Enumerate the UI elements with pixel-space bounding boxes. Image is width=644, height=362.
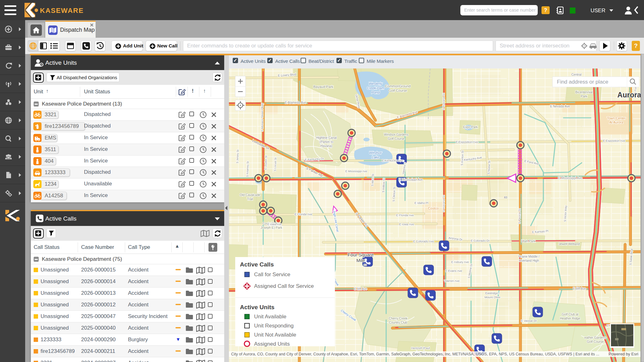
svg-text:At Aurora: At Aurora: [609, 120, 623, 124]
svg-text:Four Square: Four Square: [347, 252, 374, 257]
svg-text:Town Center: Town Center: [607, 116, 626, 120]
svg-text:S Havana St: S Havana St: [442, 195, 445, 212]
svg-text:S Monaco Street Pkwy: S Monaco Street Pkwy: [261, 103, 264, 132]
svg-text:Windsor Gardens: Windsor Gardens: [384, 133, 408, 136]
svg-text:Mile: Mile: [356, 258, 365, 263]
svg-text:Golf Course: Golf Course: [388, 137, 405, 140]
svg-text:Call for Service: Call for Service: [254, 272, 290, 277]
svg-text:Unit Available: Unit Available: [254, 314, 286, 320]
svg-text:Overland High: Overland High: [519, 259, 539, 262]
svg-text:E Mississippi Ave: E Mississippi Ave: [345, 170, 367, 173]
svg-text:S Havana St: S Havana St: [442, 93, 445, 110]
svg-text:E Iowa Ave: E Iowa Ave: [268, 223, 282, 226]
svg-text:E Colorado Dr: E Colorado Dr: [471, 239, 490, 242]
svg-text:Mount Olive: Mount Olive: [485, 295, 501, 299]
svg-text:Expo Park: Expo Park: [463, 125, 478, 129]
svg-text:Highline Canal: Highline Canal: [316, 136, 336, 140]
svg-text:E Kentucky Ave: E Kentucky Ave: [382, 159, 403, 162]
svg-text:E Vassar Dr: E Vassar Dr: [521, 319, 537, 322]
svg-text:E Evans Ave: E Evans Ave: [445, 269, 462, 272]
svg-text:E Alameda Ave: E Alameda Ave: [285, 101, 306, 104]
svg-text:Bicentennial: Bicentennial: [575, 90, 592, 94]
svg-text:Windsor: Windsor: [369, 151, 382, 155]
svg-text:E Florida Ave: E Florida Ave: [295, 212, 312, 216]
svg-text:E Florida Ave: E Florida Ave: [396, 213, 414, 217]
svg-text:Assigned Call for Service: Assigned Call for Service: [254, 283, 314, 289]
svg-text:Active Units: Active Units: [240, 304, 275, 310]
svg-text:E Colorado Ave: E Colorado Ave: [413, 239, 434, 243]
svg-text:Creek Dam: Creek Dam: [367, 86, 384, 90]
svg-text:Powered by Esri: Powered by Esri: [608, 352, 638, 356]
svg-text:(Parker to: (Parker to: [319, 140, 333, 144]
svg-text:S Locust St: S Locust St: [273, 157, 277, 171]
svg-text:E Iliff Ave: E Iliff Ave: [573, 287, 586, 290]
svg-text:E Exposition Ave: E Exposition Ave: [456, 140, 478, 144]
svg-text:E Exposition Ave: E Exposition Ave: [603, 139, 625, 142]
svg-text:Golf Club at: Golf Club at: [562, 313, 579, 316]
svg-text:Golf Course: Golf Course: [587, 340, 604, 343]
svg-text:City of Aurora, CO, County and: City of Aurora, CO, County and City of D…: [231, 352, 599, 356]
svg-text:Joseph E) Park: Joseph E) Park: [261, 226, 282, 229]
svg-text:Park: Park: [581, 95, 588, 98]
svg-text:Country Club: Country Club: [389, 321, 408, 324]
svg-text:Find address or place: Find address or place: [557, 79, 608, 85]
svg-text:Eastridge /: Eastridge /: [485, 291, 500, 295]
svg-text:Hentzell (Paul: Hentzell (Paul: [411, 346, 430, 350]
svg-text:E Iliff Ave: E Iliff Ave: [354, 287, 367, 291]
svg-text:E Asbury Ave: E Asbury Ave: [451, 260, 469, 264]
svg-text:Assigned Units: Assigned Units: [254, 341, 290, 347]
svg-text:Unit Not Available: Unit Not Available: [254, 332, 296, 338]
svg-text:Lake: Lake: [372, 155, 379, 159]
svg-text:S Leyden St: S Leyden St: [264, 155, 268, 170]
svg-text:Jewell Wetland: Jewell Wetland: [558, 242, 580, 246]
svg-text:E Nevada Ave: E Nevada Ave: [550, 105, 570, 108]
svg-text:S Alton St: S Alton St: [371, 173, 375, 186]
svg-text:Havana): Havana): [320, 144, 332, 148]
svg-text:Warren Ave: Warren Ave: [444, 279, 459, 282]
svg-text:Cherry Creek: Cherry Creek: [389, 317, 408, 320]
svg-text:Bayaud Park: Bayaud Park: [314, 85, 333, 89]
svg-text:S Peoria St: S Peoria St: [518, 209, 521, 224]
svg-text:S Jersey St: S Jersey St: [236, 149, 239, 163]
svg-text:CommonGround: CommonGround: [385, 84, 410, 88]
svg-text:Costco: Costco: [428, 206, 439, 210]
svg-text:E Idaho Pl: E Idaho Pl: [414, 201, 428, 205]
svg-text:eather Gardens: eather Gardens: [584, 336, 606, 339]
svg-text:Utah Park: Utah Park: [521, 239, 536, 243]
svg-text:83: 83: [364, 263, 367, 266]
svg-text:Unit Responding: Unit Responding: [254, 323, 294, 329]
svg-text:Pond: Pond: [371, 90, 380, 94]
svg-text:83: 83: [504, 196, 507, 199]
svg-text:E Mississippi Ave: E Mississippi Ave: [558, 176, 582, 180]
svg-text:Trail: Trail: [247, 197, 253, 201]
svg-text:S Kearney St: S Kearney St: [246, 161, 249, 177]
svg-text:Heather Ridge: Heather Ridge: [560, 317, 580, 320]
svg-text:Active Calls: Active Calls: [240, 261, 274, 268]
svg-text:Central: Central: [571, 73, 581, 76]
svg-text:Aurora: Aurora: [617, 91, 641, 99]
svg-text:Westerly: Westerly: [369, 82, 383, 85]
svg-text:E Iowa Ave: E Iowa Ave: [399, 222, 414, 226]
svg-text:Golf Course: Golf Course: [389, 89, 407, 92]
svg-text:Prairie Middle /: Prairie Middle /: [519, 255, 540, 258]
svg-text:E Mississippi Ave: E Mississippi Ave: [398, 178, 423, 181]
svg-text:Old Cavalcade: Old Cavalcade: [240, 193, 260, 197]
